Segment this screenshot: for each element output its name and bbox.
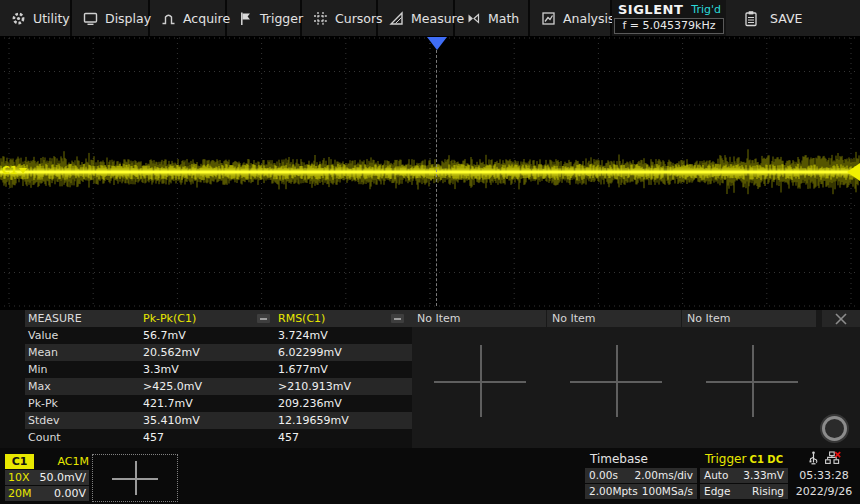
channel1-offset: 0.00V <box>54 486 86 501</box>
plus-icon <box>752 345 754 417</box>
plus-icon <box>480 345 482 417</box>
stat-value: 3.724mV <box>278 327 412 344</box>
menu-label: Utility <box>33 11 70 26</box>
stat-value: 35.410mV <box>143 412 278 429</box>
menu-label: Math <box>488 11 519 26</box>
plus-icon <box>135 461 137 495</box>
measurement-column-pkpk[interactable]: Pk-Pk(C1) <box>143 310 196 327</box>
measure-empty-slots: No Item No Item No Item <box>412 310 860 448</box>
stat-value: 20.562mV <box>143 344 278 361</box>
oscilloscope-screen: Utility Display Acquire Trigger Cursors <box>0 0 860 504</box>
menu-acquire[interactable]: Acquire <box>150 0 227 36</box>
channel1-coupling: AC1M <box>57 455 89 468</box>
trigger-source: C1 DC <box>750 454 783 465</box>
trigger-descriptor[interactable]: Trigger C1 DC Auto 3.33mV Edge Rising <box>700 451 788 499</box>
empty-slot-body <box>412 327 860 448</box>
stat-value: 209.236mV <box>278 395 412 412</box>
usb-icon <box>808 451 819 468</box>
waveform-trace <box>0 36 860 308</box>
stat-value: 3.3mV <box>143 361 278 378</box>
measure-panel: MEASURE Pk-Pk(C1) RMS(C1) Value 56.7mV 3… <box>0 310 860 448</box>
table-row: Min 3.3mV 1.677mV <box>0 361 412 378</box>
channel1-badge: C1 <box>5 454 34 469</box>
table-row: Pk-Pk 421.7mV 209.236mV <box>0 395 412 412</box>
trigger-mode: Auto <box>704 468 728 483</box>
empty-slot-label[interactable]: No Item <box>547 310 681 327</box>
empty-slot-header: No Item No Item No Item <box>412 310 860 327</box>
add-measurement-button[interactable] <box>568 343 664 419</box>
channel1-bandwidth: 20M <box>8 486 32 501</box>
menu-utility[interactable]: Utility <box>0 0 72 36</box>
channel1-level-marker[interactable]: C1 <box>2 164 27 177</box>
clock-time: 05:33:28 <box>792 468 856 483</box>
stat-label: Value <box>28 327 143 344</box>
menu-math[interactable]: Math <box>455 0 530 36</box>
stat-value: 6.02299mV <box>278 344 412 361</box>
menu-measure[interactable]: Measure <box>378 0 455 36</box>
waveform-display[interactable]: C1 <box>0 36 860 308</box>
save-icon <box>744 10 758 27</box>
measurement-column-rms[interactable]: RMS(C1) <box>278 310 325 327</box>
trigger-flag-icon <box>238 11 253 26</box>
remove-measurement-button[interactable] <box>257 314 270 323</box>
menu-label: Acquire <box>183 11 230 26</box>
stat-label: Mean <box>28 344 143 361</box>
menu-label: Analysis <box>563 11 615 26</box>
trigger-position-line <box>436 50 437 306</box>
lan-disconnected-icon <box>825 451 841 468</box>
trigger-level: 3.33mV <box>743 468 784 483</box>
add-measurement-button[interactable] <box>432 343 528 419</box>
measure-icon <box>389 11 404 26</box>
clock-date: 2022/9/26 <box>792 484 856 499</box>
save-button[interactable]: SAVE <box>744 0 802 36</box>
stat-value: 12.19659mV <box>278 412 412 429</box>
menu-bar: Utility Display Acquire Trigger Cursors <box>0 0 860 36</box>
measure-table: MEASURE Pk-Pk(C1) RMS(C1) Value 56.7mV 3… <box>0 310 412 448</box>
trigger-slope: Rising <box>752 484 784 499</box>
remove-measurement-button[interactable] <box>391 314 404 323</box>
measure-title: MEASURE <box>28 310 143 327</box>
timebase-sample-rate: 100MSa/s <box>642 484 693 499</box>
table-row: Max >425.0mV >210.913mV <box>0 378 412 395</box>
channel1-marker-label: C1 <box>2 164 18 177</box>
trigger-level-marker[interactable] <box>847 163 860 181</box>
stat-label: Stdev <box>28 412 143 429</box>
acquire-icon <box>161 11 176 26</box>
stat-value: >425.0mV <box>143 378 278 395</box>
stat-label: Min <box>28 361 143 378</box>
menu-analysis[interactable]: Analysis <box>530 0 612 36</box>
table-row: Stdev 35.410mV 12.19659mV <box>0 412 412 429</box>
menu-label: Display <box>105 11 151 26</box>
channel1-offset-arrow-icon <box>19 168 27 174</box>
trigger-position-marker[interactable] <box>427 37 447 50</box>
brand-logo: SIGLENT <box>618 2 683 17</box>
channel1-scale: 50.0mV/ <box>40 470 86 485</box>
timebase-title: Timebase <box>590 452 648 466</box>
stat-label: Pk-Pk <box>28 395 143 412</box>
timebase-descriptor[interactable]: Timebase 0.00s 2.00ms/div 2.00Mpts 100MS… <box>585 451 697 499</box>
trigger-status-badge: Trig'd <box>691 3 721 16</box>
system-status[interactable]: 05:33:28 2022/9/26 <box>792 451 856 499</box>
menu-cursors[interactable]: Cursors <box>302 0 378 36</box>
menu-label: Trigger <box>260 11 303 26</box>
channel1-descriptor[interactable]: C1 AC1M 10X 50.0mV/ 20M 0.00V <box>5 454 89 501</box>
plus-icon <box>616 345 618 417</box>
menu-label: Cursors <box>335 11 383 26</box>
empty-slot-label[interactable]: No Item <box>682 310 816 327</box>
stat-label: Count <box>28 429 143 446</box>
frequency-counter: f = 5.045379kHz <box>614 18 724 34</box>
panel-drag-handle[interactable] <box>822 416 847 441</box>
table-row: Value 56.7mV 3.724mV <box>0 327 412 344</box>
menu-display[interactable]: Display <box>72 0 150 36</box>
trigger-title: Trigger <box>705 452 746 466</box>
table-row: Mean 20.562mV 6.02299mV <box>0 344 412 361</box>
gear-icon <box>11 11 26 26</box>
add-channel-button[interactable] <box>92 454 178 502</box>
trigger-type: Edge <box>704 484 730 499</box>
channel1-probe: 10X <box>8 470 30 485</box>
stat-value: 1.677mV <box>278 361 412 378</box>
empty-slot-label[interactable]: No Item <box>412 310 546 327</box>
add-measurement-button[interactable] <box>704 343 800 419</box>
close-measure-panel-button[interactable] <box>822 310 860 327</box>
menu-trigger[interactable]: Trigger <box>227 0 302 36</box>
